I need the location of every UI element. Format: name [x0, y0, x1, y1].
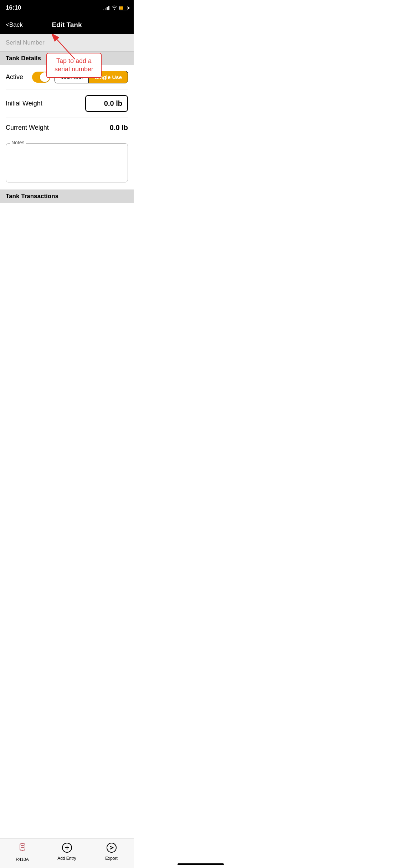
back-button[interactable]: <Back [6, 21, 23, 29]
use-type-group: Multi Use Single Use [55, 71, 128, 83]
initial-weight-row: Initial Weight 0.0 lb [6, 89, 128, 118]
initial-weight-value: 0.0 lb [104, 99, 122, 107]
tank-transactions-body [0, 203, 134, 345]
notes-label: Notes [10, 140, 26, 145]
current-weight-label: Current Weight [6, 124, 49, 131]
status-icons [103, 5, 128, 11]
multi-use-button[interactable]: Multi Use [55, 71, 89, 83]
single-use-button[interactable]: Single Use [89, 71, 128, 83]
tank-details-header: Tank Details [0, 52, 134, 65]
initial-weight-input[interactable]: 0.0 lb [85, 95, 128, 112]
current-weight-value: 0.0 lb [110, 124, 128, 132]
status-bar: 16:10 [0, 0, 134, 16]
tank-transactions-title: Tank Transactions [6, 193, 58, 200]
initial-weight-label: Initial Weight [6, 100, 42, 107]
signal-icon [103, 5, 109, 10]
tank-details-title: Tank Details [6, 55, 41, 62]
nav-bar: <Back Edit Tank [0, 16, 134, 34]
active-toggle[interactable] [32, 72, 50, 83]
active-label: Active [6, 73, 23, 81]
serial-number-label: Serial Number [6, 39, 45, 46]
tank-transactions-header: Tank Transactions [0, 190, 134, 203]
battery-icon [119, 6, 128, 10]
notes-container: Notes [6, 143, 128, 184]
page-title: Edit Tank [52, 21, 82, 29]
active-toggle-container: Multi Use Single Use [32, 71, 128, 83]
wifi-icon [112, 5, 117, 11]
current-weight-row: Current Weight 0.0 lb [6, 118, 128, 138]
active-row: Active Multi Use Single Use [6, 65, 128, 89]
status-time: 16:10 [6, 4, 21, 11]
notes-textarea[interactable] [6, 143, 128, 182]
serial-number-row[interactable]: Serial Number [0, 34, 134, 52]
toggle-knob [40, 72, 50, 82]
form-section: Active Multi Use Single Use Initial Weig… [0, 65, 134, 138]
